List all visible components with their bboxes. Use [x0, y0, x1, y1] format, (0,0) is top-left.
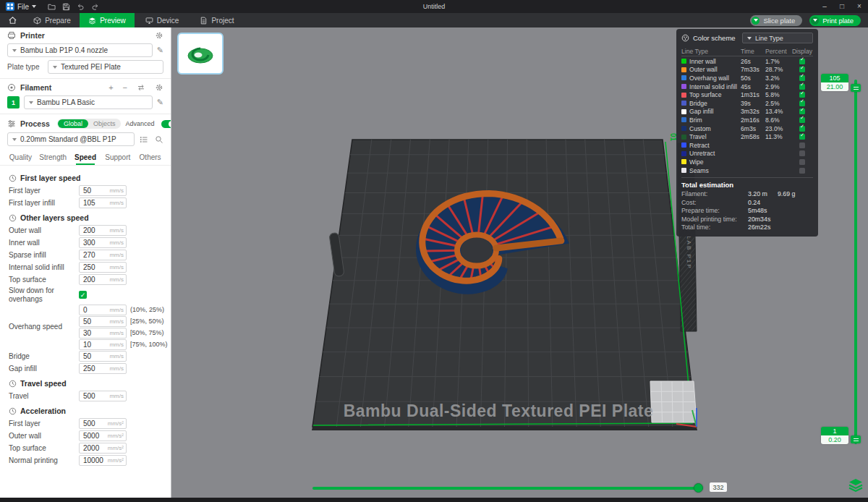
- line-type-color-swatch: [681, 75, 686, 80]
- build-plate[interactable]: [312, 140, 697, 427]
- process-profile-select[interactable]: 0.20mm Standard @BBL P1P: [7, 132, 135, 146]
- param-input[interactable]: 105mm/s: [79, 197, 127, 208]
- param-input[interactable]: 50mm/s: [79, 351, 127, 362]
- param-input[interactable]: 5000mm/s²: [79, 430, 127, 441]
- param-input[interactable]: 250mm/s: [79, 363, 127, 374]
- close-button[interactable]: ×: [851, 0, 868, 13]
- printer-select[interactable]: Bambu Lab P1P 0.4 nozzle: [7, 43, 153, 57]
- display-checkbox[interactable]: [799, 134, 805, 140]
- overhang-speed-input[interactable]: 0mm/s: [79, 305, 127, 315]
- plate-type-select[interactable]: Textured PEI Plate: [48, 60, 163, 74]
- objects-segment[interactable]: Objects: [88, 119, 121, 128]
- param-row: First layer 500mm/s²: [9, 418, 165, 429]
- param-input[interactable]: 200mm/s: [79, 225, 127, 236]
- legend-row: Brim 2m16s 8.6%: [681, 116, 813, 124]
- legend-row: Gap infill 3m32s 13.4%: [681, 108, 813, 116]
- legend-table-header: Line Type Time Percent Display: [681, 46, 813, 56]
- display-checkbox[interactable]: [799, 59, 805, 64]
- advanced-toggle[interactable]: [161, 120, 171, 128]
- process-tab[interactable]: Strength: [37, 150, 69, 165]
- minimize-button[interactable]: –: [816, 0, 833, 13]
- view-type-select[interactable]: Line Type: [742, 33, 813, 43]
- param-input[interactable]: 10000mm/s²: [79, 455, 127, 466]
- tab-project[interactable]: Project: [190, 13, 244, 27]
- tab-prepare[interactable]: Prepare: [25, 13, 80, 27]
- add-filament-icon[interactable]: +: [109, 83, 113, 92]
- display-checkbox[interactable]: [799, 101, 805, 106]
- home-tab[interactable]: [0, 13, 25, 27]
- display-checkbox[interactable]: [799, 126, 805, 132]
- display-checkbox[interactable]: [799, 142, 805, 148]
- param-input[interactable]: 50mm/s: [79, 185, 127, 196]
- file-menu-button[interactable]: File: [0, 0, 42, 13]
- redo-icon[interactable]: [91, 3, 99, 11]
- open-project-icon[interactable]: [48, 3, 56, 11]
- process-tab[interactable]: Others: [134, 150, 166, 165]
- overhang-speed-input[interactable]: 30mm/s: [79, 328, 127, 339]
- display-checkbox[interactable]: [799, 150, 805, 156]
- printer-edit-icon[interactable]: ✎: [157, 46, 163, 55]
- overhang-speed-input[interactable]: 50mm/s: [79, 316, 127, 327]
- tab-device[interactable]: Device: [135, 13, 190, 27]
- global-segment[interactable]: Global: [58, 119, 88, 128]
- slice-dropdown-icon[interactable]: [752, 17, 760, 25]
- slice-plate-button[interactable]: Slice plate: [750, 15, 802, 26]
- flush-volumes-icon[interactable]: [137, 83, 145, 92]
- process-tab[interactable]: Quality: [4, 150, 37, 165]
- global-objects-toggle[interactable]: Global Objects: [57, 119, 122, 129]
- tab-preview[interactable]: Preview: [80, 13, 135, 27]
- display-checkbox[interactable]: [799, 84, 805, 90]
- param-label: Inner wall: [9, 239, 79, 247]
- layer-slider-lower-handle[interactable]: [851, 435, 861, 443]
- remove-filament-icon[interactable]: −: [123, 83, 127, 92]
- display-checkbox[interactable]: [799, 75, 805, 81]
- section-title: Other layers speed: [20, 213, 89, 222]
- param-input[interactable]: 270mm/s: [79, 250, 127, 260]
- display-checkbox[interactable]: [799, 159, 805, 165]
- 3d-viewport[interactable]: BAMBU LAB P1P 01 Bambu Dual-Sided Textur…: [171, 27, 868, 498]
- process-tab[interactable]: Support: [101, 150, 134, 165]
- display-checkbox[interactable]: [799, 168, 805, 174]
- printer-settings-gear-icon[interactable]: [155, 31, 163, 40]
- param-label: Outer wall: [9, 432, 79, 441]
- move-slider-value: 332: [710, 482, 727, 492]
- move-slider[interactable]: [312, 483, 703, 493]
- param-input[interactable]: 250mm/s: [79, 262, 127, 273]
- filament-icon: [7, 83, 16, 92]
- print-plate-button[interactable]: Print plate: [809, 15, 861, 26]
- layer-range-slider[interactable]: [852, 80, 859, 444]
- display-checkbox[interactable]: [799, 109, 805, 114]
- param-input[interactable]: 2000mm/s²: [79, 443, 127, 454]
- param-input[interactable]: 500mm/s: [79, 391, 127, 401]
- layer-slider-upper-handle[interactable]: [851, 84, 861, 92]
- process-tab[interactable]: Speed: [69, 150, 102, 165]
- line-type-color-swatch: [681, 84, 686, 89]
- display-checkbox[interactable]: [799, 67, 805, 72]
- search-icon[interactable]: [155, 135, 163, 144]
- filament-slot-badge[interactable]: 1: [7, 96, 20, 109]
- layer-slider-top-value: 105 21.00: [821, 74, 848, 91]
- slowdown-overhangs-checkbox[interactable]: ✓: [79, 291, 87, 299]
- move-slider-handle[interactable]: [694, 483, 703, 493]
- maximize-button[interactable]: □: [833, 0, 851, 13]
- parameter-list-icon[interactable]: [140, 135, 148, 144]
- move-slider-track[interactable]: [312, 487, 703, 490]
- undo-icon[interactable]: [77, 3, 85, 11]
- tab-label: Prepare: [45, 17, 71, 25]
- filament-settings-icon[interactable]: [155, 83, 163, 92]
- line-type-label: Retract: [689, 142, 710, 149]
- filament-select[interactable]: Bambu PLA Basic: [24, 95, 153, 109]
- layers-view-icon[interactable]: [847, 477, 864, 494]
- display-checkbox[interactable]: [799, 92, 805, 98]
- param-input[interactable]: 200mm/s: [79, 274, 127, 285]
- overhang-speed-input[interactable]: 10mm/s: [79, 339, 127, 350]
- display-checkbox[interactable]: [799, 117, 805, 123]
- layer-slider-track[interactable]: [854, 80, 857, 444]
- param-input[interactable]: 500mm/s²: [79, 418, 127, 429]
- print-dropdown-icon[interactable]: [811, 17, 819, 25]
- plate-thumbnail[interactable]: [177, 33, 224, 75]
- save-icon[interactable]: [62, 3, 70, 11]
- plate-type-label: Plate type: [7, 63, 43, 71]
- filament-edit-icon[interactable]: ✎: [157, 98, 163, 107]
- param-input[interactable]: 300mm/s: [79, 237, 127, 248]
